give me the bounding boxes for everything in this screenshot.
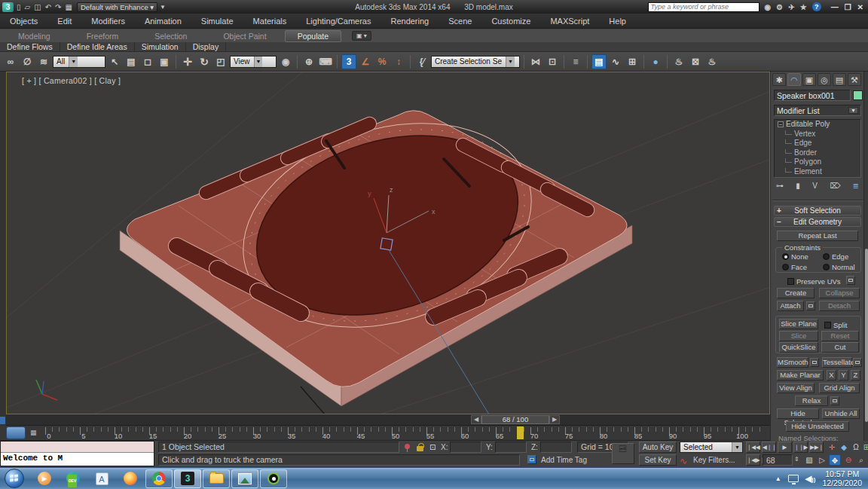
unhide-all-button[interactable]: Unhide All: [822, 408, 860, 419]
track-bar[interactable]: ▦ 0 5 10 15 20 25 30 35 40 45 50 55 60 6…: [0, 426, 770, 441]
close-button[interactable]: ✕: [857, 3, 863, 11]
recorder-app-taskbar-button[interactable]: [260, 469, 287, 488]
menu-help[interactable]: Help: [599, 17, 636, 26]
stack-vertex[interactable]: Vertex: [775, 130, 860, 139]
maximize-viewport-icon[interactable]: ⊞: [860, 442, 868, 453]
stack-border[interactable]: Border: [775, 148, 860, 158]
walk-through-icon[interactable]: ⊖: [842, 454, 854, 466]
edit-named-selections-icon[interactable]: {⁄: [414, 54, 429, 69]
select-and-move-icon[interactable]: ✛: [180, 54, 195, 69]
maxscript-mini-listener[interactable]: Welcome to M: [0, 441, 154, 466]
select-and-manipulate-icon[interactable]: ⊕: [301, 54, 316, 69]
select-object-icon[interactable]: ↖: [107, 54, 122, 69]
pan-view-icon[interactable]: ✥: [829, 454, 841, 466]
project-folder-icon[interactable]: ▦: [65, 3, 72, 11]
save-file-icon[interactable]: ◫: [34, 3, 41, 11]
previous-frame-icon[interactable]: ◀❘❘: [762, 442, 776, 453]
object-name-field[interactable]: Speaker box001: [774, 90, 851, 101]
redo-icon[interactable]: ↷: [55, 3, 61, 11]
menu-lighting-cameras[interactable]: Lighting/Cameras: [296, 17, 381, 26]
material-editor-icon[interactable]: ●: [648, 54, 663, 69]
select-by-name-icon[interactable]: ▤: [124, 54, 139, 69]
angle-snap-icon[interactable]: ∠: [358, 54, 373, 69]
preserve-uvs-checkbox[interactable]: Preserve UVs: [787, 277, 841, 286]
rectangular-selection-region-icon[interactable]: ◻: [140, 54, 155, 69]
reset-plane-button[interactable]: Reset Plane: [821, 331, 859, 341]
listener-macro-row[interactable]: [1, 442, 154, 453]
stack-polygon[interactable]: Polygon: [775, 157, 860, 167]
menu-rendering[interactable]: Rendering: [381, 17, 439, 26]
utilities-tab-icon[interactable]: ⚒: [848, 73, 861, 86]
file-explorer-taskbar-button[interactable]: [203, 469, 230, 488]
collapse-tree-icon[interactable]: –: [778, 121, 784, 127]
key-filters-curve-icon[interactable]: ∿: [680, 456, 687, 466]
y-coord-field[interactable]: [495, 442, 527, 453]
select-and-scale-icon[interactable]: ◰: [213, 54, 228, 69]
split-checkbox[interactable]: Split: [824, 320, 847, 329]
menu-modifiers[interactable]: Modifiers: [81, 17, 135, 26]
bind-to-space-warp-icon[interactable]: ≋: [36, 54, 51, 69]
show-hidden-icons-icon[interactable]: ▲: [775, 475, 781, 482]
window-crossing-icon[interactable]: ▣: [157, 54, 172, 69]
msmooth-settings-icon[interactable]: [810, 358, 819, 367]
notes-app-icon[interactable]: A: [93, 470, 111, 487]
ribbon-tab-selection[interactable]: Selection: [136, 31, 205, 41]
render-setup-icon[interactable]: ♨: [671, 54, 686, 69]
key-mode-toggle-icon[interactable]: ❘◀▶❘: [746, 454, 760, 466]
keyboard-override-icon[interactable]: ⌨: [318, 54, 333, 69]
grid-align-button[interactable]: Grid Align: [819, 383, 860, 393]
current-frame-marker[interactable]: [517, 426, 524, 439]
use-pivot-center-icon[interactable]: ◉: [278, 54, 293, 69]
3dsmax-taskbar-button[interactable]: 3: [174, 469, 201, 488]
new-file-icon[interactable]: ▯: [17, 3, 21, 11]
workspace-selector[interactable]: Default with Enhance ▾: [77, 2, 157, 12]
constraint-none-radio[interactable]: None: [782, 252, 808, 261]
mini-curve-editor-button[interactable]: [6, 426, 26, 439]
graphite-ribbon-toggle-icon[interactable]: ▤: [591, 54, 607, 69]
slice-button[interactable]: Slice: [779, 331, 818, 341]
taskbar-clock[interactable]: 10:57 PM 12/29/2020: [822, 469, 862, 487]
menu-simulate[interactable]: Simulate: [191, 17, 243, 26]
menu-materials[interactable]: Materials: [243, 17, 297, 26]
cut-button[interactable]: Cut: [821, 342, 859, 353]
ribbon-display-mode-icon[interactable]: ▣ ▾: [352, 31, 371, 41]
planar-x-button[interactable]: X: [827, 370, 836, 381]
planar-z-button[interactable]: Z: [851, 370, 860, 381]
attach-settings-icon[interactable]: [806, 301, 815, 310]
photo-viewer-taskbar-button[interactable]: [231, 469, 258, 488]
display-tab-icon[interactable]: ▤: [833, 73, 846, 86]
menu-animation[interactable]: Animation: [135, 17, 191, 26]
send-feedback-icon[interactable]: ✈: [788, 3, 794, 11]
next-frame-arrow-icon[interactable]: ▶: [549, 415, 560, 424]
ribbon-tab-populate[interactable]: Populate: [285, 30, 341, 42]
show-end-result-icon[interactable]: ▮: [796, 182, 800, 190]
key-mode-dropdown[interactable]: Selected ▼: [680, 442, 743, 453]
constraint-normal-radio[interactable]: Normal: [823, 262, 855, 271]
msmooth-button[interactable]: MSmooth: [777, 357, 808, 368]
minimize-button[interactable]: —: [831, 3, 839, 11]
x-coord-field[interactable]: [450, 442, 481, 453]
z-coord-field[interactable]: [540, 442, 572, 453]
zoom-icon[interactable]: ⌕: [855, 454, 867, 466]
slice-plane-button[interactable]: Slice Plane: [779, 319, 818, 329]
go-to-start-icon[interactable]: ❘◀◀: [746, 442, 760, 453]
mirror-icon[interactable]: ⋈: [528, 54, 543, 69]
restore-button[interactable]: ❐: [845, 3, 851, 11]
open-file-icon[interactable]: ▱: [25, 3, 31, 11]
remove-modifier-icon[interactable]: ⌦: [830, 182, 840, 190]
favorites-star-icon[interactable]: ★: [800, 3, 807, 11]
pin-stack-icon[interactable]: ⊶: [776, 182, 784, 190]
modify-tab-icon[interactable]: ◠: [787, 73, 801, 86]
frame-display[interactable]: 68 / 100: [481, 415, 549, 424]
ribbon-define-idle-areas[interactable]: Define Idle Areas: [60, 42, 135, 51]
listener-output-row[interactable]: Welcome to M: [1, 453, 154, 466]
sign-in-icon[interactable]: ◉: [765, 3, 772, 11]
ribbon-tab-modeling[interactable]: Modeling: [0, 31, 69, 41]
align-icon[interactable]: ⊡: [545, 54, 560, 69]
reference-coordinate-dropdown[interactable]: View ▼: [230, 56, 277, 68]
detach-button[interactable]: Detach: [819, 301, 860, 311]
add-time-tag-label[interactable]: Add Time Tag: [541, 456, 587, 464]
chrome-taskbar-button[interactable]: [145, 469, 173, 488]
menu-objects[interactable]: Objects: [0, 17, 47, 26]
go-to-end-icon[interactable]: ▶▶❘: [809, 442, 824, 453]
